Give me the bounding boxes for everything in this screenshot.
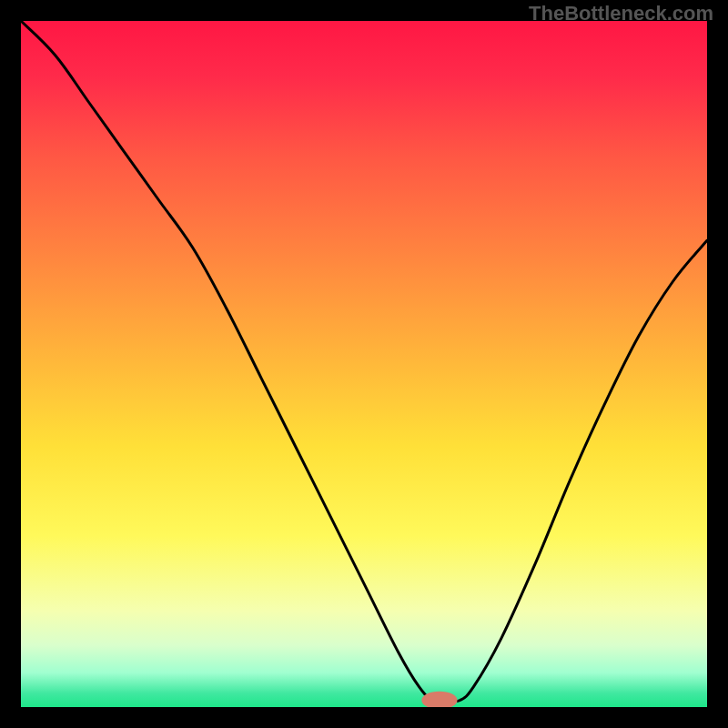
watermark-text: TheBottleneck.com	[529, 2, 713, 25]
bottleneck-chart	[21, 21, 707, 707]
chart-svg	[21, 21, 707, 707]
gradient-background	[21, 21, 707, 707]
